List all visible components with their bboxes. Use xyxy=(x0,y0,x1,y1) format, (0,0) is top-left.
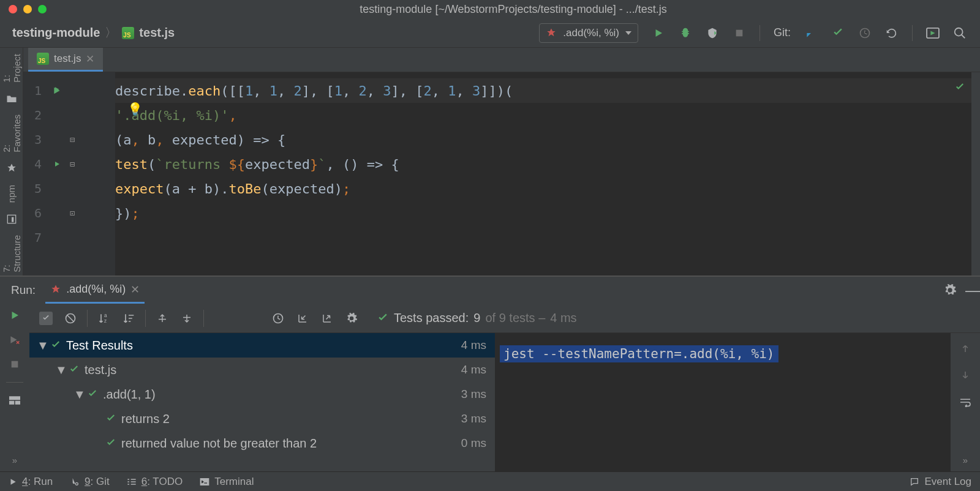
import-tests-icon[interactable] xyxy=(296,312,309,325)
minimize-window-button[interactable] xyxy=(23,5,32,13)
breadcrumb-project[interactable]: testing-module xyxy=(12,26,100,40)
soft-wrap-icon[interactable] xyxy=(959,395,972,409)
show-ignored-toggle[interactable] xyxy=(64,312,77,325)
star-icon xyxy=(5,163,18,174)
console-more-icon[interactable]: » xyxy=(959,453,972,467)
left-tool-rail: 1: Project 2: Favorites npm 7: Structure… xyxy=(0,48,23,275)
breadcrumb[interactable]: testing-module 〉 JS test.js xyxy=(0,24,175,41)
settings-icon[interactable] xyxy=(943,283,957,297)
folder-icon xyxy=(5,94,18,103)
event-log-button[interactable]: Event Log xyxy=(910,476,971,488)
test-tree-row[interactable]: ▼.add(1, 1)3 ms xyxy=(29,382,495,407)
stop-button[interactable] xyxy=(733,26,746,40)
search-everywhere-icon[interactable] xyxy=(953,26,967,40)
test-tree-row[interactable]: returned value not be greater than 20 ms xyxy=(29,431,495,455)
more-icon[interactable]: » xyxy=(8,453,21,467)
window-title: testing-module [~/WebstormProjects/testi… xyxy=(47,3,980,16)
history-icon[interactable] xyxy=(858,26,872,40)
update-project-icon[interactable] xyxy=(804,26,818,40)
maximize-window-button[interactable] xyxy=(38,5,47,13)
export-tests-icon[interactable] xyxy=(320,312,334,325)
expand-all-icon[interactable] xyxy=(156,312,169,325)
project-tool-button[interactable]: 1: Project xyxy=(1,54,22,83)
code-area[interactable]: 1 2 3⊟ 4⊟ 5 6⊡ 7 💡 describe.each([[1, 1,… xyxy=(23,72,980,275)
collapse-all-icon[interactable] xyxy=(180,312,194,325)
test-tree-row[interactable]: ▼Test Results4 ms xyxy=(29,333,495,358)
svg-text:z: z xyxy=(104,317,107,323)
test-tree-row[interactable]: returns 23 ms xyxy=(29,407,495,431)
run-anything-icon[interactable] xyxy=(926,26,940,40)
topbar: testing-module 〉 JS test.js .add(%i, %i)… xyxy=(0,18,980,48)
test-toolbar: az xyxy=(29,304,980,333)
test-settings-icon[interactable] xyxy=(345,312,358,325)
dropdown-icon xyxy=(625,31,631,35)
editor-scrollbar[interactable] xyxy=(971,72,980,275)
run-button[interactable] xyxy=(652,26,665,40)
svg-rect-10 xyxy=(15,401,20,405)
todo-tool-button[interactable]: 6: TODO xyxy=(127,476,183,488)
git-label: Git: xyxy=(774,26,791,39)
rerun-button[interactable] xyxy=(8,309,21,322)
js-file-icon: JS xyxy=(37,53,49,65)
svg-rect-16 xyxy=(200,478,209,485)
inspection-ok-icon[interactable] xyxy=(954,82,965,93)
test-status: Tests passed: 9 of 9 tests – 4 ms xyxy=(368,311,577,325)
layout-icon[interactable] xyxy=(8,394,21,407)
jest-icon xyxy=(50,284,61,295)
svg-point-15 xyxy=(75,482,78,485)
breadcrumb-file[interactable]: test.js xyxy=(139,26,175,40)
commit-icon[interactable] xyxy=(831,26,845,40)
close-window-button[interactable] xyxy=(9,5,17,13)
close-tab-icon[interactable]: ✕ xyxy=(86,53,94,66)
intention-bulb-icon[interactable]: 💡 xyxy=(127,102,143,116)
scroll-up-icon[interactable] xyxy=(959,342,972,355)
code[interactable]: 💡 describe.each([[1, 1, 2], [1, 2, 3], [… xyxy=(115,72,971,275)
rerun-failed-button[interactable] xyxy=(8,333,21,347)
js-file-icon: JS xyxy=(122,27,134,39)
sort-duration-icon[interactable] xyxy=(122,312,135,325)
svg-point-3 xyxy=(955,28,963,36)
run-config-label: .add(%i, %i) xyxy=(563,27,619,39)
svg-rect-8 xyxy=(9,396,20,400)
editor: JS test.js ✕ 1 2 3⊟ 4⊟ 5 6⊡ 7 💡 describe… xyxy=(23,48,980,275)
hide-panel-icon[interactable]: — xyxy=(967,283,980,297)
run-tab-label: .add(%i, %i) xyxy=(66,283,126,296)
svg-rect-9 xyxy=(9,401,14,405)
structure-tool-button[interactable]: 7: Structure xyxy=(1,235,22,272)
favorites-tool-button[interactable]: 2: Favorites xyxy=(1,114,22,152)
run-tab[interactable]: .add(%i, %i) ✕ xyxy=(45,277,145,304)
svg-rect-7 xyxy=(12,361,18,368)
jest-icon xyxy=(546,28,557,39)
prev-failed-icon[interactable] xyxy=(214,312,227,325)
svg-rect-5 xyxy=(12,217,13,222)
run-tool-button[interactable]: 4: Run xyxy=(9,476,53,488)
coverage-button[interactable] xyxy=(706,26,719,40)
console-command: jest --testNamePattern=.add(%i, %i) xyxy=(500,345,778,362)
run-configuration-selector[interactable]: .add(%i, %i) xyxy=(539,23,638,43)
editor-tab[interactable]: JS test.js ✕ xyxy=(28,48,103,72)
statusbar: 4: Run 9: Git 6: TODO Terminal Event Log xyxy=(0,471,980,491)
next-failed-icon[interactable] xyxy=(238,312,252,325)
history-tests-icon[interactable] xyxy=(271,312,285,325)
test-tree-row[interactable]: ▼test.js4 ms xyxy=(29,358,495,382)
stop-tests-button[interactable] xyxy=(8,358,21,371)
sort-icon[interactable]: az xyxy=(97,312,111,325)
git-tool-button[interactable]: 9: Git xyxy=(70,476,110,488)
scroll-down-icon[interactable] xyxy=(959,369,972,382)
revert-icon[interactable] xyxy=(885,26,899,40)
npm-tool-button[interactable]: npm xyxy=(6,185,17,203)
npm-icon xyxy=(5,214,18,224)
debug-button[interactable] xyxy=(679,26,692,40)
gutter[interactable]: 1 2 3⊟ 4⊟ 5 6⊡ 7 xyxy=(23,72,115,275)
console-rail: » xyxy=(951,333,980,471)
run-label: Run: xyxy=(11,283,36,297)
run-tool-window: Run: .add(%i, %i) ✕ — » xyxy=(0,275,980,471)
show-passed-toggle[interactable] xyxy=(39,312,53,325)
titlebar: testing-module [~/WebstormProjects/testi… xyxy=(0,0,980,18)
close-run-tab-icon[interactable]: ✕ xyxy=(130,283,140,296)
test-tree[interactable]: ▼Test Results4 ms▼test.js4 ms▼.add(1, 1)… xyxy=(29,333,495,471)
editor-tab-label: test.js xyxy=(54,53,81,65)
terminal-tool-button[interactable]: Terminal xyxy=(200,476,254,488)
run-left-toolbar: » xyxy=(0,304,29,471)
test-console[interactable]: jest --testNamePattern=.add(%i, %i) xyxy=(495,333,951,471)
